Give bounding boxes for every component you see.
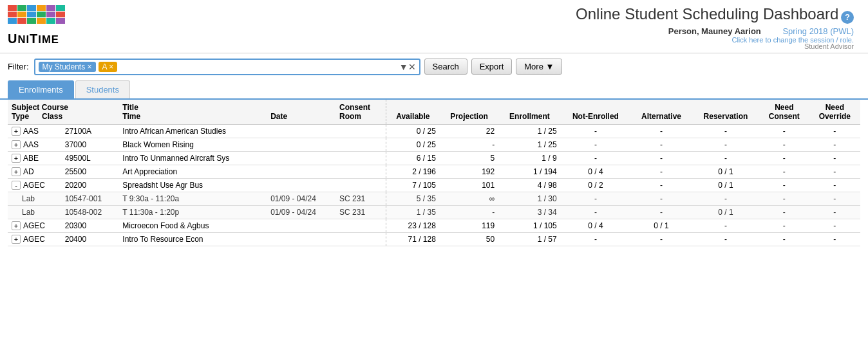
expand-btn[interactable]: + (12, 140, 21, 149)
cell-subject: Lab (8, 205, 61, 219)
col-need-consent: NeedConsent (759, 100, 809, 125)
cell-subject: +AGEC (8, 232, 61, 246)
cell-room (335, 151, 386, 165)
cell-available: 6 / 15 (386, 151, 440, 165)
cell-projection: 50 (440, 232, 498, 246)
header: UNITIME Online Student Scheduling Dashbo… (0, 0, 868, 53)
cell-room (335, 219, 386, 232)
sub-row: Lab 10548-002 T 11:30a - 1:20p 01/09 - 0… (8, 205, 860, 219)
cell-room (335, 138, 386, 151)
logo-text: UNITIME (8, 32, 59, 46)
cell-not-enrolled: 0 / 4 (561, 219, 631, 232)
tab-enrollments[interactable]: Enrollments (8, 80, 74, 98)
cell-available: 23 / 128 (386, 219, 440, 232)
cell-alternative: - (630, 151, 692, 165)
cell-date (267, 151, 335, 165)
cell-reservation: - (692, 219, 759, 232)
table-row: +AGEC 20300 Microecon Food & Agbus 23 / … (8, 219, 860, 232)
cell-title: Intro To Resource Econ (118, 232, 267, 246)
cell-date (267, 178, 335, 192)
expand-btn[interactable]: + (12, 127, 21, 136)
cell-room (335, 178, 386, 192)
cell-enrollment: 1 / 57 (498, 232, 560, 246)
cell-alternative: - (630, 124, 692, 138)
col-reservation: Reservation (692, 100, 759, 125)
search-button[interactable]: Search (424, 59, 467, 75)
filter-tag-a[interactable]: A × (99, 62, 118, 72)
cell-projection: ∞ (440, 192, 498, 205)
col-projection: Projection (440, 100, 498, 125)
filter-input[interactable]: My Students × A × ▼ ✕ (34, 59, 420, 75)
cell-alternative: - (630, 192, 692, 205)
cell-title: Art Appreciation (118, 165, 267, 178)
help-icon[interactable]: ? (841, 11, 854, 24)
cell-enrollment: 1 / 9 (498, 151, 560, 165)
cell-need-consent: - (759, 138, 809, 151)
table-row: +AGEC 20400 Intro To Resource Econ 71 / … (8, 232, 860, 246)
cell-alternative: - (630, 165, 692, 178)
cell-reservation: 0 / 1 (692, 178, 759, 192)
cell-subject: Lab (8, 192, 61, 205)
cell-projection: 101 (440, 178, 498, 192)
cell-room: SC 231 (335, 192, 386, 205)
cell-course: 20300 (61, 219, 119, 232)
filter-dropdown-icon[interactable]: ▼ (399, 62, 408, 72)
cell-date: 01/09 - 04/24 (267, 192, 335, 205)
user-name: Person, Mauney Aarion (668, 26, 761, 36)
cell-subject: +AD (8, 165, 61, 178)
cell-need-consent: - (759, 151, 809, 165)
cell-need-consent: - (759, 205, 809, 219)
col-date: Date (267, 100, 335, 125)
more-button[interactable]: More ▼ (516, 59, 562, 75)
cell-reservation: - (692, 232, 759, 246)
col-not-enrolled: Not-Enrolled (561, 100, 631, 125)
cell-enrollment: 1 / 25 (498, 124, 560, 138)
cell-reservation: 0 / 1 (692, 205, 759, 219)
cell-reservation: 0 / 1 (692, 165, 759, 178)
expand-btn[interactable]: + (12, 167, 21, 176)
cell-need-override: - (809, 219, 860, 232)
expand-btn[interactable]: + (12, 154, 21, 163)
cell-alternative: - (630, 178, 692, 192)
cell-need-override: - (809, 205, 860, 219)
cell-subject: +AAS (8, 138, 61, 151)
cell-room (335, 232, 386, 246)
cell-need-override: - (809, 178, 860, 192)
cell-enrollment: 4 / 98 (498, 178, 560, 192)
cell-not-enrolled: - (561, 151, 631, 165)
cell-course: 10547-001 (61, 192, 119, 205)
cell-date (267, 138, 335, 151)
cell-projection: - (440, 138, 498, 151)
cell-date (267, 219, 335, 232)
cell-available: 0 / 25 (386, 124, 440, 138)
cell-alternative: - (630, 232, 692, 246)
table-wrap: Subject CourseType Class TitleTime Date … (0, 100, 868, 246)
cell-room: SC 231 (335, 205, 386, 219)
cell-need-consent: - (759, 232, 809, 246)
table-row: +ABE 49500L Intro To Unmanned Aircraft S… (8, 151, 860, 165)
filter-tag-mystudents[interactable]: My Students × (39, 62, 96, 72)
cell-course: 20200 (61, 178, 119, 192)
col-subject-course: Subject CourseType Class (8, 100, 118, 125)
cell-reservation: - (692, 138, 759, 151)
expand-btn[interactable]: - (12, 181, 21, 190)
tabs: Enrollments Students (0, 80, 868, 100)
cell-available: 0 / 25 (386, 138, 440, 151)
cell-course: 27100A (61, 124, 119, 138)
tab-students[interactable]: Students (75, 80, 130, 98)
title-area: Online Student Scheduling Dashboard ? Pe… (79, 5, 860, 50)
cell-need-consent: - (759, 165, 809, 178)
cell-title: Intro African American Studies (118, 124, 267, 138)
expand-btn[interactable]: + (12, 221, 21, 230)
col-title-time: TitleTime (118, 100, 267, 125)
logo-uni: UNI (8, 32, 30, 46)
filter-clear-icon[interactable]: ✕ (408, 62, 416, 72)
filter-bar: Filter: My Students × A × ▼ ✕ Search Exp… (0, 53, 868, 80)
expand-btn[interactable]: + (12, 235, 21, 244)
cell-subject: +AGEC (8, 219, 61, 232)
cell-not-enrolled: - (561, 124, 631, 138)
cell-date (267, 232, 335, 246)
cell-title: T 9:30a - 11:20a (118, 192, 267, 205)
cell-date (267, 165, 335, 178)
export-button[interactable]: Export (471, 59, 513, 75)
